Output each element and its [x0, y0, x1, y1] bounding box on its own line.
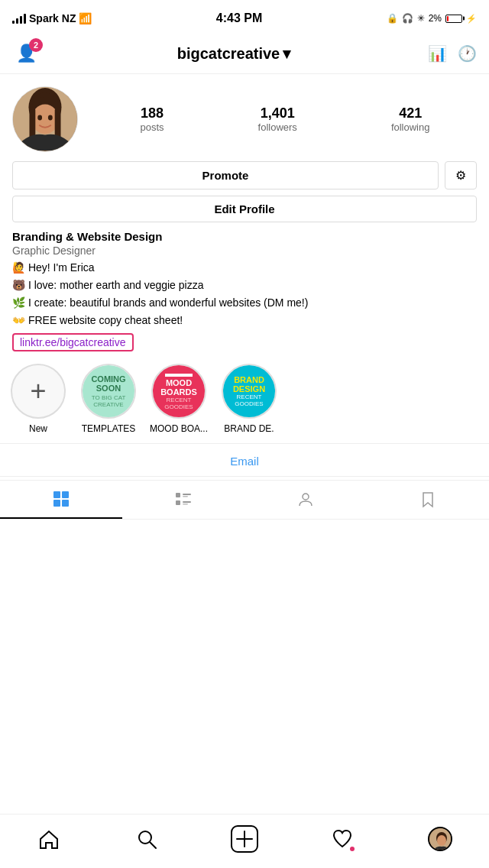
search-icon [136, 828, 157, 850]
history-icon[interactable]: 🕐 [458, 44, 477, 63]
lock-icon: 🔒 [387, 13, 398, 24]
notification-badge: 2 [29, 38, 43, 52]
svg-rect-15 [183, 501, 191, 503]
nav-search-button[interactable] [130, 822, 164, 856]
profile-section: 188 posts 1,401 followers 421 following … [0, 74, 489, 222]
gear-icon: ⚙ [455, 168, 466, 183]
nav-activity-button[interactable] [325, 822, 359, 856]
bottom-nav [0, 814, 489, 868]
svg-rect-10 [62, 500, 69, 507]
status-time: 4:43 PM [216, 11, 262, 25]
list-icon [174, 491, 193, 509]
nav-profile-button[interactable] [423, 822, 457, 856]
profile-buttons: Promote ⚙ [12, 161, 477, 189]
headphone-icon: 🎧 [402, 13, 413, 24]
highlight-new-circle[interactable]: + [11, 364, 66, 419]
tab-grid[interactable] [0, 481, 122, 519]
bio-line-3: 🌿 I create: beautiful brands and wonderf… [12, 295, 477, 311]
brand-design-bg: BRANDDESIGN RECENT GOODIES [223, 365, 275, 417]
battery-percent: 2% [429, 13, 442, 24]
posts-count: 188 [141, 105, 164, 121]
svg-point-17 [303, 494, 309, 500]
battery-fill [447, 16, 449, 21]
svg-rect-9 [53, 500, 60, 507]
posts-label: posts [141, 121, 164, 133]
svg-point-2 [31, 104, 58, 134]
bio-link[interactable]: linktr.ee/bigcatcreative [12, 333, 134, 351]
followers-stat[interactable]: 1,401 followers [258, 105, 297, 133]
signal-bars [12, 13, 26, 24]
svg-rect-7 [53, 491, 60, 498]
highlight-branddesign-circle[interactable]: BRANDDESIGN RECENT GOODIES [222, 364, 277, 419]
mood-bar [165, 374, 193, 377]
avatar[interactable] [12, 86, 78, 152]
coming-soon-bg: COMINGSOON TO BIG CAT CREATIVE [83, 365, 134, 417]
brand-title: BRANDDESIGN [233, 375, 265, 394]
followers-label: followers [258, 121, 297, 133]
status-bar: Spark NZ 📶 4:43 PM 🔒 🎧 ✳ 2% ⚡ [0, 0, 489, 34]
battery-icon [445, 15, 462, 23]
email-highlight-text[interactable]: Email [230, 455, 259, 468]
avatar-image [13, 87, 77, 151]
bluetooth-icon: ✳ [417, 13, 425, 24]
charging-icon: ⚡ [466, 14, 477, 24]
add-user-button[interactable]: 👤 2 [12, 40, 40, 67]
svg-rect-11 [176, 493, 180, 497]
bio-subtitle: Graphic Designer [12, 245, 477, 257]
svg-rect-16 [183, 504, 188, 505]
coming-soon-title: COMINGSOON [91, 374, 125, 393]
mood-boards-bg: MOODBOARDS RECENT GOODIES [153, 365, 205, 417]
settings-button[interactable]: ⚙ [445, 161, 477, 189]
email-highlight[interactable]: Email [0, 447, 489, 473]
username-text: bigcatcreative [177, 45, 280, 63]
nav-add-button[interactable] [228, 822, 261, 856]
signal-bar-1 [12, 21, 15, 24]
highlight-moodboards-circle[interactable]: MOODBOARDS RECENT GOODIES [151, 364, 206, 419]
carrier-name: Spark NZ [29, 12, 76, 24]
promote-button[interactable]: Promote [12, 161, 439, 189]
bio-line-1: 🙋 Hey! I'm Erica [12, 260, 477, 276]
highlight-templates[interactable]: COMINGSOON TO BIG CAT CREATIVE TEMPLATES [78, 364, 139, 434]
tab-list[interactable] [122, 481, 244, 519]
svg-rect-14 [176, 500, 180, 505]
person-icon [296, 491, 315, 509]
svg-rect-8 [62, 491, 69, 498]
wifi-icon: 📶 [79, 12, 92, 24]
analytics-icon[interactable]: 📊 [428, 44, 447, 63]
bio-line-2: 🐻 I love: mother earth and veggie pizza [12, 277, 477, 293]
svg-point-25 [437, 835, 446, 846]
highlight-branddesign[interactable]: BRANDDESIGN RECENT GOODIES BRAND DE. [219, 364, 280, 434]
highlights-section: + New COMINGSOON TO BIG CAT CREATIVE TEM… [0, 351, 489, 440]
add-icon [231, 825, 258, 853]
brand-sub: RECENT GOODIES [226, 394, 272, 407]
highlight-new[interactable]: + New [8, 364, 69, 434]
home-icon [38, 828, 60, 850]
signal-bar-2 [16, 18, 18, 24]
highlight-moodboards[interactable]: MOODBOARDS RECENT GOODIES MOOD BOA... [148, 364, 209, 434]
status-right: 🔒 🎧 ✳ 2% ⚡ [387, 13, 477, 24]
top-nav: 👤 2 bigcatcreative ▾ 📊 🕐 [0, 34, 489, 74]
edit-profile-button[interactable]: Edit Profile [12, 196, 477, 222]
following-stat[interactable]: 421 following [391, 105, 430, 133]
bio-name: Branding & Website Design [12, 230, 477, 243]
svg-point-6 [48, 115, 53, 121]
bookmark-icon [419, 491, 437, 509]
activity-dot [350, 847, 355, 851]
posts-stat[interactable]: 188 posts [141, 105, 164, 133]
nav-right: 📊 🕐 [428, 44, 477, 63]
highlight-templates-circle[interactable]: COMINGSOON TO BIG CAT CREATIVE [81, 364, 136, 419]
highlight-moodboards-label: MOOD BOA... [150, 423, 208, 434]
tab-tagged[interactable] [244, 481, 367, 519]
stats-row: 188 posts 1,401 followers 421 following [93, 105, 477, 133]
status-left: Spark NZ 📶 [12, 12, 92, 24]
username-display[interactable]: bigcatcreative ▾ [177, 44, 291, 63]
followers-count: 1,401 [261, 105, 295, 121]
heart-icon [332, 828, 353, 850]
nav-home-button[interactable] [32, 822, 66, 856]
svg-point-5 [37, 115, 42, 121]
mood-title: MOODBOARDS [160, 378, 197, 397]
profile-top: 188 posts 1,401 followers 421 following [12, 86, 477, 152]
divider-2 [0, 476, 489, 477]
highlight-branddesign-label: BRAND DE. [224, 423, 274, 434]
tab-saved[interactable] [367, 481, 489, 519]
